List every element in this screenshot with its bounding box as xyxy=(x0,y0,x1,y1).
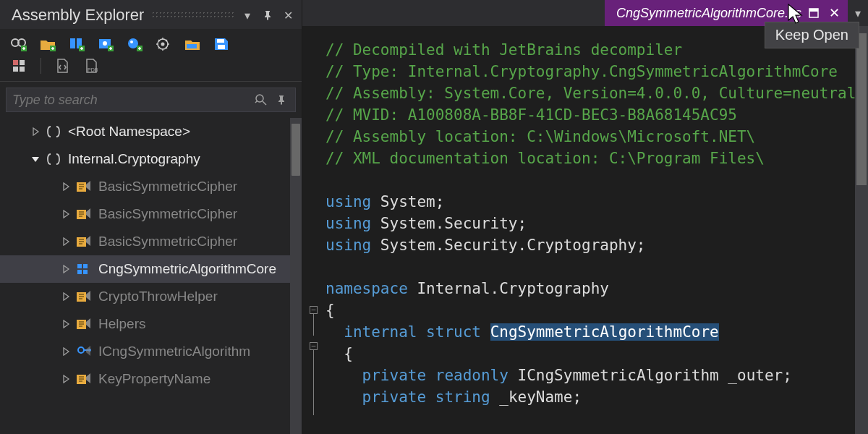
class-internal-icon xyxy=(75,207,93,221)
tree-view: <Root Namespace>Internal.CryptographyBas… xyxy=(0,118,302,434)
fold-toggle-icon[interactable]: − xyxy=(310,342,318,350)
struct-name-selected: CngSymmetricAlgorithmCore xyxy=(490,323,719,341)
settings-icon[interactable] xyxy=(155,36,174,52)
search-icon[interactable] xyxy=(253,92,269,108)
tree-item-label: Helpers xyxy=(98,316,145,332)
code-kw: internal xyxy=(344,323,417,341)
add-folder-icon[interactable] xyxy=(39,36,58,52)
tree-item-label: CryptoThrowHelper xyxy=(98,289,218,305)
tree-item-basicsymmetriccipher[interactable]: BasicSymmetricCipher xyxy=(0,200,302,228)
class-internal-icon xyxy=(75,372,93,386)
assembly-explorer-panel: Assembly Explorer ▾ ✕ PDB <Root Namespac… xyxy=(0,0,302,434)
tree-scrollbar[interactable] xyxy=(290,118,302,434)
code-comment: // XML documentation location: C:\Progra… xyxy=(326,150,765,167)
tree-item-cryptothrowhelper[interactable]: CryptoThrowHelper xyxy=(0,283,302,310)
tab-close-icon[interactable]: ✕ xyxy=(826,5,842,21)
tree-item-internalcryptography[interactable]: Internal.Cryptography xyxy=(0,145,302,173)
search-input[interactable] xyxy=(12,93,249,108)
chevron-right-icon[interactable] xyxy=(61,374,71,384)
svg-rect-19 xyxy=(20,60,25,65)
chevron-right-icon[interactable] xyxy=(61,346,71,357)
tree-item-label: BasicSymmetricCipher xyxy=(98,206,237,222)
code-brace: { xyxy=(326,302,335,319)
tree-item-icngsymmetricalgorithm[interactable]: ICngSymmetricAlgorithm xyxy=(0,338,302,365)
code-text: _keyName; xyxy=(490,388,582,406)
code-kw: private xyxy=(362,367,427,384)
svg-rect-21 xyxy=(20,67,25,72)
add-package-icon[interactable] xyxy=(97,36,116,52)
svg-rect-18 xyxy=(13,60,18,65)
editor-scrollbar[interactable] xyxy=(855,26,868,434)
save-icon[interactable] xyxy=(213,36,231,52)
svg-rect-15 xyxy=(187,44,197,48)
code-comment: // Assembly location: C:\Windows\Microso… xyxy=(326,128,755,145)
chevron-right-icon[interactable] xyxy=(30,127,41,137)
close-icon[interactable]: ✕ xyxy=(281,9,294,22)
panel-menu-button[interactable]: ▾ xyxy=(241,9,254,22)
open-from-gac-icon[interactable] xyxy=(10,36,29,52)
svg-point-14 xyxy=(161,43,165,46)
code-kw: string xyxy=(435,388,490,406)
code-editor: CngSymmetricAlgorithmCore.cs ✕ ▾ // Deco… xyxy=(302,0,868,434)
pin-icon[interactable] xyxy=(261,9,274,22)
code-kw: namespace xyxy=(326,280,408,297)
namespace-icon xyxy=(45,124,62,139)
search-bar[interactable] xyxy=(6,88,296,112)
pdb-icon[interactable]: PDB xyxy=(82,58,101,74)
fold-toggle-icon[interactable]: − xyxy=(310,306,318,314)
interface-icon xyxy=(75,344,93,359)
code-comment: // Assembly: System.Core, Version=4.0.0.… xyxy=(326,85,856,102)
class-internal-icon xyxy=(75,317,93,331)
panel-grip[interactable] xyxy=(151,11,234,20)
svg-point-33 xyxy=(78,347,84,353)
tree-item-cngsymmetricalgorithmcore[interactable]: CngSymmetricAlgorithmCore xyxy=(0,255,302,283)
chevron-down-icon[interactable] xyxy=(30,154,41,164)
namespace-icon xyxy=(45,152,62,166)
svg-rect-17 xyxy=(218,45,225,49)
tree-item-rootnamespace[interactable]: <Root Namespace> xyxy=(0,118,302,145)
clear-icon[interactable] xyxy=(10,58,29,74)
class-internal-icon xyxy=(75,289,93,304)
code-kw: readonly xyxy=(435,367,509,384)
class-internal-icon xyxy=(75,179,93,194)
code-text: System; xyxy=(371,193,444,210)
fold-gutter: − − xyxy=(310,39,320,415)
svg-rect-27 xyxy=(77,264,82,268)
svg-point-10 xyxy=(128,38,138,48)
tree-item-label: Internal.Cryptography xyxy=(68,151,200,167)
add-nuget-icon[interactable] xyxy=(126,36,145,52)
tree-item-basicsymmetriccipher[interactable]: BasicSymmetricCipher xyxy=(0,228,302,255)
code-text: System.Security.Cryptography; xyxy=(371,237,645,254)
tree-item-keypropertyname[interactable]: KeyPropertyName xyxy=(0,365,302,393)
editor-body[interactable]: // Decompiled with JetBrains decompiler … xyxy=(302,26,868,434)
add-assembly-icon[interactable] xyxy=(68,36,87,52)
svg-rect-37 xyxy=(809,9,818,12)
code-kw: using xyxy=(326,193,371,210)
keep-open-icon[interactable] xyxy=(806,5,822,21)
chevron-right-icon[interactable] xyxy=(61,209,71,219)
chevron-right-icon[interactable] xyxy=(61,319,71,329)
chevron-right-icon[interactable] xyxy=(61,292,71,302)
tree-item-label: BasicSymmetricCipher xyxy=(98,179,237,195)
code-kw: using xyxy=(326,215,371,232)
source-icon[interactable] xyxy=(53,58,72,74)
code-kw: private xyxy=(362,388,427,406)
toolbar-row-2: PDB xyxy=(0,56,302,82)
svg-rect-28 xyxy=(83,264,88,268)
code-kw: struct xyxy=(426,323,481,341)
chevron-right-icon[interactable] xyxy=(61,264,71,274)
tree-item-label: CngSymmetricAlgorithmCore xyxy=(98,261,276,277)
code-comment: // MVID: A100808A-BB8F-41CD-BEC3-B8A6814… xyxy=(326,106,737,124)
tree-item-helpers[interactable]: Helpers xyxy=(0,310,302,338)
open-folder-alt-icon[interactable] xyxy=(184,36,203,52)
toolbar-row-1 xyxy=(0,29,302,56)
chevron-right-icon[interactable] xyxy=(61,182,71,192)
tree-item-basicsymmetriccipher[interactable]: BasicSymmetricCipher xyxy=(0,173,302,200)
svg-rect-30 xyxy=(83,270,88,274)
tree-item-label: BasicSymmetricCipher xyxy=(98,234,237,250)
pin-search-icon[interactable] xyxy=(273,92,289,108)
chevron-right-icon[interactable] xyxy=(61,237,71,247)
svg-rect-4 xyxy=(70,38,75,48)
tree-item-label: KeyPropertyName xyxy=(98,371,210,387)
code-kw: using xyxy=(326,237,371,254)
